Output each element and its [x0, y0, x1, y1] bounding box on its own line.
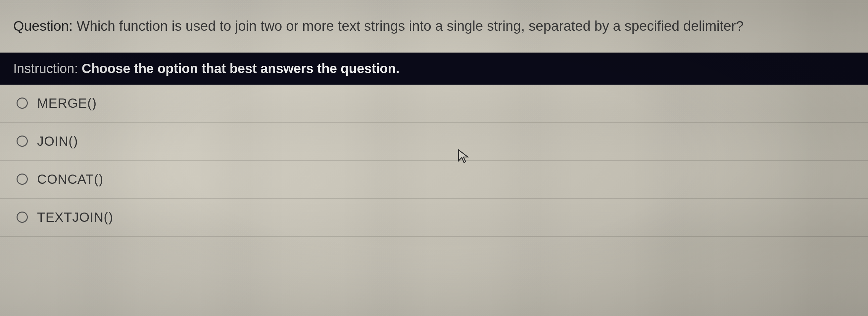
option-label: CONCAT() — [37, 172, 104, 187]
options-list: MERGE() JOIN() CONCAT() TEXTJOIN() — [0, 84, 868, 237]
instruction-bar: Instruction: Choose the option that best… — [0, 52, 868, 84]
question-section: Question: Which function is used to join… — [0, 3, 868, 52]
option-concat[interactable]: CONCAT() — [0, 161, 868, 199]
option-textjoin[interactable]: TEXTJOIN() — [0, 199, 868, 237]
radio-icon[interactable] — [17, 136, 28, 147]
radio-icon[interactable] — [17, 212, 28, 223]
instruction-label: Instruction: — [13, 61, 78, 76]
question-text: Which function is used to join two or mo… — [76, 18, 744, 34]
radio-icon[interactable] — [17, 98, 28, 109]
radio-icon[interactable] — [17, 174, 28, 185]
option-label: JOIN() — [37, 134, 78, 149]
instruction-text: Choose the option that best answers the … — [82, 61, 400, 76]
question-label: Question: — [13, 18, 73, 34]
option-merge[interactable]: MERGE() — [0, 84, 868, 122]
quiz-container: Question: Which function is used to join… — [0, 3, 868, 237]
option-label: TEXTJOIN() — [37, 210, 113, 225]
option-label: MERGE() — [37, 96, 97, 111]
option-join[interactable]: JOIN() — [0, 122, 868, 161]
